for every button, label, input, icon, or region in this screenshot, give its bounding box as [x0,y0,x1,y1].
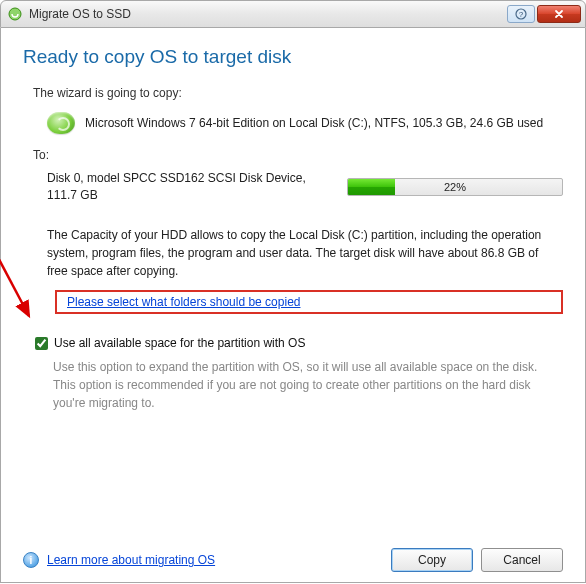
target-description: Disk 0, model SPCC SSD162 SCSI Disk Devi… [47,170,329,204]
target-row: Disk 0, model SPCC SSD162 SCSI Disk Devi… [47,170,563,204]
learn-more-link[interactable]: Learn more about migrating OS [47,553,383,567]
source-row: Microsoft Windows 7 64-bit Edition on Lo… [47,112,563,134]
select-folders-link[interactable]: Please select what folders should be cop… [67,295,300,309]
source-disk-icon [47,112,75,134]
progress-label: 22% [348,179,562,195]
svg-text:?: ? [519,10,524,19]
app-icon [7,6,23,22]
close-button[interactable] [537,5,581,23]
help-button[interactable]: ? [507,5,535,23]
info-icon: i [23,552,39,568]
svg-point-0 [9,8,21,20]
footer: i Learn more about migrating OS Copy Can… [23,540,563,572]
use-all-space-checkbox[interactable] [35,337,48,350]
copy-button[interactable]: Copy [391,548,473,572]
cancel-button[interactable]: Cancel [481,548,563,572]
use-all-space-hint: Use this option to expand the partition … [53,358,543,412]
to-label: To: [33,148,563,162]
copy-intro-label: The wizard is going to copy: [33,86,563,100]
use-all-space-label: Use all available space for the partitio… [54,336,305,350]
select-folders-highlight: Please select what folders should be cop… [55,290,563,314]
annotation-arrow [0,242,47,342]
source-description: Microsoft Windows 7 64-bit Edition on Lo… [85,116,543,130]
page-title: Ready to copy OS to target disk [23,46,563,68]
progress-bar: 22% [347,178,563,196]
titlebar[interactable]: Migrate OS to SSD ? [0,0,586,28]
use-all-space-row: Use all available space for the partitio… [35,336,563,350]
window-title: Migrate OS to SSD [29,7,507,21]
capacity-text: The Capacity of your HDD allows to copy … [47,226,553,280]
window-body: Ready to copy OS to target disk The wiza… [0,28,586,583]
